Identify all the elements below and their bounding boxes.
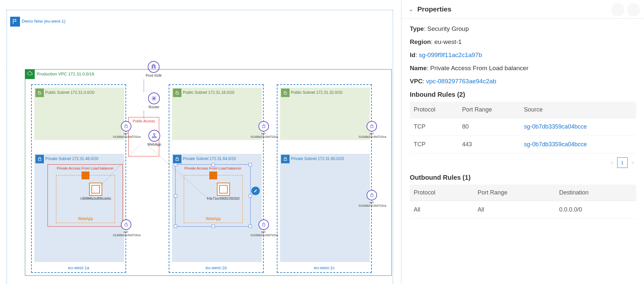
resize-handle[interactable] xyxy=(174,194,177,197)
acl-label: acl-012dda33c26d722ca xyxy=(359,132,385,139)
asg-1a-label: WebApp xyxy=(56,216,115,221)
az-1c-label: eu-west-1c xyxy=(277,265,371,270)
loadbalancer-icon xyxy=(148,130,160,142)
table-row: All All 0.0.0.0/0 xyxy=(410,201,636,219)
page-next[interactable]: > xyxy=(630,160,636,165)
svg-point-1 xyxy=(152,137,153,138)
acl-label: acl-012dda33c26d722ca xyxy=(251,132,277,139)
panel-action-1[interactable] xyxy=(611,3,624,16)
table-row: TCP 80 sg-0b7db3359ca04bcce xyxy=(410,118,636,136)
sg-private-1b-selected[interactable]: Private Access From Load balancer i-0e71… xyxy=(175,164,251,227)
svg-rect-5 xyxy=(125,224,127,226)
public-subnet-1a-label: Public Subnet 172.31.0.0/20 xyxy=(45,90,95,95)
resize-handle[interactable] xyxy=(212,163,215,166)
instance-1b[interactable]: i-0e71ec99002260302 xyxy=(207,183,240,200)
page-prev[interactable]: < xyxy=(609,160,615,165)
acl-1c-pub[interactable]: acl-012dda33c26d722ca xyxy=(359,121,385,139)
shield-icon xyxy=(121,121,131,132)
router-icon xyxy=(148,92,160,104)
svg-point-2 xyxy=(154,137,155,138)
az-1b[interactable]: eu-west-1b Public Subnet 172.31.16.0/20 … xyxy=(169,84,264,273)
public-subnet-1a[interactable]: Public Subnet 172.31.0.0/20 xyxy=(34,88,124,140)
prop-name: Name: Private Access From Load balancer xyxy=(410,65,636,72)
properties-header[interactable]: ⌄ Properties xyxy=(402,0,644,19)
asg-1a[interactable]: i-068b4bcbdf06cde6c WebApp xyxy=(56,175,115,223)
diagram-canvas[interactable]: Demo New (eu-west-1) Prod IGW Production… xyxy=(0,0,402,284)
az-1b-label: eu-west-1b xyxy=(169,265,263,270)
acl-label: acl-012dda33c26d722ca xyxy=(113,231,139,237)
loadbalancer-node[interactable]: WebApp xyxy=(138,130,171,146)
private-subnet-1c-label: Private Subnet 172.31.80.0/20 xyxy=(291,156,344,161)
th-port: Port Range xyxy=(458,102,520,118)
acl-1b-pub[interactable]: acl-012dda33c26d722ca xyxy=(251,121,277,139)
panel-action-2[interactable] xyxy=(627,3,640,16)
vpc-label: Production VPC 172.31.0.0/16 xyxy=(37,71,94,76)
th-protocol: Protocol xyxy=(410,102,458,118)
lock-icon xyxy=(35,155,44,163)
th-protocol: Protocol xyxy=(410,185,474,201)
svg-rect-6 xyxy=(262,126,265,128)
properties-body: Type: Security Group Region: eu-west-1 I… xyxy=(402,19,644,284)
properties-title: Properties xyxy=(417,5,451,13)
public-subnet-1c[interactable]: Public Subnet 172.31.32.0/20 xyxy=(280,88,370,140)
acl-1a-priv[interactable]: acl-012dda33c26d722ca xyxy=(113,219,139,237)
acl-1c-priv[interactable]: acl-012dda33c26d722ca xyxy=(359,190,385,208)
sg-private-1b-label: Private Access From Load balancer xyxy=(176,166,250,170)
resize-handle[interactable] xyxy=(174,225,177,228)
prop-region: Region: eu-west-1 xyxy=(410,38,636,46)
instance-1a[interactable]: i-068b4bcbdf06cde6c xyxy=(79,183,112,200)
router-label: Router xyxy=(138,105,170,109)
table-row: TCP 443 sg-0b7db3359ca04bcce xyxy=(410,136,636,153)
instance-1b-id: i-0e71ec99002260302 xyxy=(207,197,240,200)
page-1[interactable]: 1 xyxy=(617,157,628,168)
public-subnet-1b-label: Public Subnet 172.31.16.0/20 xyxy=(183,90,234,95)
acl-1b-priv[interactable]: acl-012dda33c26d722ca xyxy=(251,219,277,237)
source-link[interactable]: sg-0b7db3359ca04bcce xyxy=(524,141,587,148)
prop-id: Id: sg-099f9f11ac2c1a97b xyxy=(410,51,636,59)
svg-point-3 xyxy=(155,137,156,138)
ec2-icon xyxy=(217,183,230,196)
public-subnet-1b[interactable]: Public Subnet 172.31.16.0/20 xyxy=(172,88,262,140)
svg-point-0 xyxy=(154,133,155,135)
svg-rect-8 xyxy=(370,126,373,128)
az-1a-label: eu-west-1a xyxy=(32,265,125,270)
resize-handle[interactable] xyxy=(249,163,252,166)
lock-open-icon xyxy=(173,89,181,97)
sg-private-1a-label: Private Access From Load balancer xyxy=(48,166,123,170)
shield-icon xyxy=(121,219,131,230)
acl-label: acl-012dda33c26d722ca xyxy=(113,132,139,139)
lock-open-icon xyxy=(35,89,44,97)
az-1c[interactable]: eu-west-1c Public Subnet 172.31.32.0/20 … xyxy=(277,84,372,273)
th-destination: Destination xyxy=(555,185,636,201)
private-subnet-1c[interactable]: Private Subnet 172.31.80.0/20 xyxy=(280,154,370,262)
az-1a[interactable]: eu-west-1a Public Subnet 172.31.0.0/20 P… xyxy=(31,84,126,273)
acl-label: acl-012dda33c26d722ca xyxy=(359,201,385,208)
shield-icon xyxy=(367,121,377,132)
resize-handle[interactable] xyxy=(174,163,177,166)
chevron-down-icon[interactable]: ⌄ xyxy=(408,6,413,13)
private-subnet-1b-label: Private Subnet 172.31.64.0/20 xyxy=(183,156,236,161)
prop-vpc: VPC: vpc-089297763ae94c2ab xyxy=(410,78,636,85)
region-box[interactable]: Demo New (eu-west-1) Prod IGW Production… xyxy=(7,10,393,284)
edit-action-button[interactable] xyxy=(251,187,260,195)
instance-1a-id: i-068b4bcbdf06cde6c xyxy=(79,197,112,200)
pagination: < 1 > xyxy=(410,157,636,168)
resize-handle[interactable] xyxy=(249,194,252,197)
vpc-box[interactable]: Production VPC 172.31.0.0/16 Router Publ… xyxy=(25,69,392,276)
sg-private-1a[interactable]: Private Access From Load balancer i-068b… xyxy=(47,164,123,227)
resize-handle[interactable] xyxy=(212,225,215,228)
asg-1b[interactable]: i-0e71ec99002260302 WebApp xyxy=(184,175,243,223)
source-link[interactable]: sg-0b7db3359ca04bcce xyxy=(524,123,587,130)
region-label: Demo New (eu-west-1) xyxy=(22,19,66,24)
region-flag-icon xyxy=(10,17,20,27)
loadbalancer-label: WebApp xyxy=(138,142,171,146)
private-subnet-1a[interactable]: Private Subnet 172.31.48.0/20 Private Ac… xyxy=(34,154,124,262)
router-node[interactable]: Router xyxy=(138,92,170,109)
svg-rect-4 xyxy=(125,126,127,128)
asg-icon xyxy=(209,172,217,179)
id-link[interactable]: sg-099f9f11ac2c1a97b xyxy=(419,51,482,58)
private-subnet-1b[interactable]: Private Subnet 172.31.64.0/20 Private Ac… xyxy=(172,154,262,262)
outbound-title: Outbound Rules (1) xyxy=(410,174,636,181)
vpc-link[interactable]: vpc-089297763ae94c2ab xyxy=(426,78,496,85)
acl-1a-pub[interactable]: acl-012dda33c26d722ca xyxy=(113,121,139,139)
